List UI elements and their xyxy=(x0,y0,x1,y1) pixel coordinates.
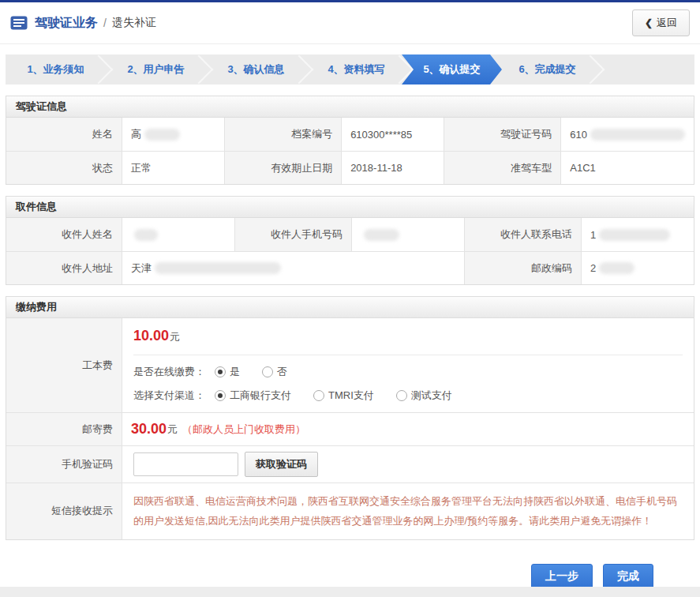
production-fee-amount-line: 10.00元 xyxy=(133,328,683,355)
recipient-name-label: 收件人姓名 xyxy=(6,218,122,251)
list-icon xyxy=(10,16,28,30)
name-value: 高 xyxy=(122,118,224,151)
step-2-declaration[interactable]: 2、用户申告 xyxy=(106,54,206,84)
fees-table: 工本费 10.00元 是否在线缴费： 是 否 选择支付渠道： 工商银行支付 TM… xyxy=(6,318,694,539)
license-info-title: 驾驶证信息 xyxy=(6,96,694,118)
step-1-notice[interactable]: 1、业务须知 xyxy=(6,54,106,84)
pay-channel-row: 选择支付渠道： 工商银行支付 TMRI支付 测试支付 xyxy=(133,389,683,403)
file-number-value: 610300****85 xyxy=(341,118,444,151)
online-pay-no-option[interactable]: 否 xyxy=(262,365,287,379)
breadcrumb-current: 遗失补证 xyxy=(112,16,156,30)
recipient-phone-value: 1 xyxy=(581,218,694,251)
postage-fee-label: 邮寄费 xyxy=(6,412,122,445)
pickup-info-title: 取件信息 xyxy=(6,197,694,218)
page-title: 驾驶证业务 xyxy=(35,15,98,32)
chevron-left-icon: ❮ xyxy=(645,17,653,28)
license-info-table: 姓名 高 档案编号 610300****85 驾驶证号码 610 状态 正常 有… xyxy=(6,118,694,184)
pickup-info-panel: 取件信息 收件人姓名 收件人手机号码 收件人联系电话 1 收件人地址 天津 邮政… xyxy=(6,196,694,285)
redaction-blur xyxy=(364,229,399,241)
production-fee-label: 工本费 xyxy=(6,318,122,412)
status-label: 状态 xyxy=(6,151,122,184)
breadcrumb-separator: / xyxy=(103,17,107,29)
channel-tmri-option[interactable]: TMRI支付 xyxy=(313,389,374,403)
fees-panel: 缴纳费用 工本费 10.00元 是否在线缴费： 是 否 选择支付渠道： 工商银行… xyxy=(6,296,694,540)
redaction-blur xyxy=(144,129,180,141)
recipient-phone-label: 收件人联系电话 xyxy=(464,218,581,251)
postage-fee-value: 30.00元 （邮政人员上门收取费用） xyxy=(122,412,694,445)
online-pay-question: 是否在线缴费： xyxy=(133,365,205,379)
redaction-blur xyxy=(590,129,685,141)
radio-tmri-icon[interactable] xyxy=(313,390,324,401)
step-bar-wrap: 1、业务须知 2、用户申告 3、确认信息 4、资料填写 5、确认提交 6、完成提… xyxy=(0,44,700,84)
zip-code-label: 邮政编码 xyxy=(464,251,581,284)
status-value: 正常 xyxy=(122,151,224,184)
online-pay-row: 是否在线缴费： 是 否 xyxy=(133,365,683,379)
fees-title: 缴纳费用 xyxy=(6,297,694,318)
expiry-value: 2018-11-18 xyxy=(341,151,444,184)
recipient-address-value: 天津 xyxy=(122,251,464,284)
get-code-button[interactable]: 获取验证码 xyxy=(245,452,318,477)
postage-fee-note: （邮政人员上门收取费用） xyxy=(182,422,305,437)
redaction-blur xyxy=(134,229,158,241)
page: 驾驶证业务 / 遗失补证 ❮ 返回 1、业务须知 2、用户申告 3、确认信息 4… xyxy=(0,0,700,587)
name-label: 姓名 xyxy=(6,118,122,151)
zip-code-value: 2 xyxy=(581,251,694,284)
back-button-label: 返回 xyxy=(657,16,677,30)
vehicle-class-label: 准驾车型 xyxy=(444,151,560,184)
sms-notice-label: 短信接收提示 xyxy=(6,482,122,539)
pickup-info-table: 收件人姓名 收件人手机号码 收件人联系电话 1 收件人地址 天津 邮政编码 2 xyxy=(6,218,694,284)
license-number-value: 610 xyxy=(560,118,694,151)
radio-test-icon[interactable] xyxy=(396,390,407,401)
recipient-name-value xyxy=(122,218,234,251)
recipient-mobile-value xyxy=(351,218,464,251)
redaction-blur xyxy=(599,229,670,241)
step-6-complete[interactable]: 6、完成提交 xyxy=(497,54,597,84)
postage-fee-amount: 30.00 xyxy=(131,421,167,437)
sms-code-label: 手机验证码 xyxy=(6,445,122,482)
radio-yes-selected-icon[interactable] xyxy=(215,366,226,377)
previous-step-button[interactable]: 上一步 xyxy=(531,564,593,587)
redaction-blur xyxy=(599,262,634,274)
file-number-label: 档案编号 xyxy=(224,118,341,151)
radio-icbc-selected-icon[interactable] xyxy=(215,390,226,401)
currency-unit: 元 xyxy=(170,331,180,343)
step-bar: 1、业务须知 2、用户申告 3、确认信息 4、资料填写 5、确认提交 6、完成提… xyxy=(6,54,694,84)
redaction-blur xyxy=(155,262,281,274)
finish-button[interactable]: 完成 xyxy=(603,564,653,587)
vehicle-class-value: A1C1 xyxy=(560,151,694,184)
sms-code-row: 获取验证码 xyxy=(122,445,694,482)
production-fee-value: 10.00元 是否在线缴费： 是 否 选择支付渠道： 工商银行支付 TMRI支付… xyxy=(122,318,694,412)
channel-icbc-option[interactable]: 工商银行支付 xyxy=(215,389,291,403)
license-number-label: 驾驶证号码 xyxy=(444,118,560,151)
pay-channel-question: 选择支付渠道： xyxy=(133,389,205,403)
expiry-label: 有效期止日期 xyxy=(224,151,341,184)
step-5-confirm-submit-active[interactable]: 5、确认提交 xyxy=(402,54,502,84)
header: 驾驶证业务 / 遗失补证 ❮ 返回 xyxy=(0,2,700,44)
production-fee-amount: 10.00 xyxy=(133,328,169,344)
radio-no-icon[interactable] xyxy=(262,366,273,377)
recipient-address-label: 收件人地址 xyxy=(6,251,122,284)
back-button[interactable]: ❮ 返回 xyxy=(632,9,690,36)
recipient-mobile-label: 收件人手机号码 xyxy=(234,218,351,251)
footer-actions: 上一步 完成 xyxy=(0,540,700,587)
step-3-confirm-info[interactable]: 3、确认信息 xyxy=(206,54,306,84)
step-4-fill-data[interactable]: 4、资料填写 xyxy=(306,54,406,84)
online-pay-yes-option[interactable]: 是 xyxy=(215,365,240,379)
channel-test-option[interactable]: 测试支付 xyxy=(396,389,452,403)
currency-unit: 元 xyxy=(167,422,178,437)
sms-notice-text: 因陕西省联通、电信运营商技术问题，陕西省互联网交通安全综合服务管理平台无法向持陕… xyxy=(122,482,694,539)
license-info-panel: 驾驶证信息 姓名 高 档案编号 610300****85 驾驶证号码 610 状… xyxy=(6,96,694,185)
sms-code-input[interactable] xyxy=(133,452,238,476)
